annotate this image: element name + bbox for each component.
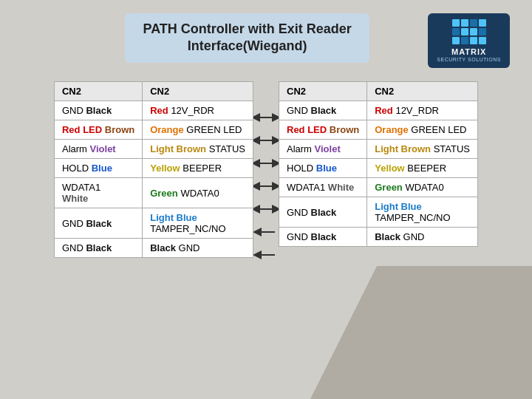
logo-dot xyxy=(470,28,477,35)
table-row: GND BlackBlack GND xyxy=(279,228,478,247)
left-table-section: CN2CN2GND BlackRed 12V_RDRRed LED BrownO… xyxy=(54,81,253,258)
table-row: HOLD BlueYellow BEEPER xyxy=(54,159,253,178)
title-box: PATH Controller with Exit Reader Interfa… xyxy=(125,13,369,63)
logo-dot xyxy=(452,37,460,44)
logo-dot xyxy=(452,28,460,35)
arrow-indicator xyxy=(253,197,279,220)
logo-box: MATRIX SECURITY SOLUTIONS xyxy=(428,13,510,68)
table-row: Alarm VioletLight Brown STATUS xyxy=(279,140,478,159)
arrows-column xyxy=(253,81,279,266)
header-row: PATH Controller with Exit Reader Interfa… xyxy=(22,13,510,68)
page-title: PATH Controller with Exit Reader Interfa… xyxy=(143,21,351,55)
logo-dot xyxy=(470,37,477,44)
logo-brand: MATRIX xyxy=(451,47,486,56)
left-table: CN2CN2GND BlackRed 12V_RDRRed LED BrownO… xyxy=(54,81,253,258)
arrow-indicator xyxy=(253,106,279,129)
table-row: Alarm VioletLight Brown STATUS xyxy=(54,140,253,159)
logo-dot xyxy=(479,28,486,35)
arrow-indicator xyxy=(253,151,279,174)
arrow-indicator xyxy=(253,129,279,151)
logo-grid xyxy=(452,19,486,44)
table-row: HOLD BlueYellow BEEPER xyxy=(279,159,478,178)
right-table-section: CN2CN2GND BlackRed 12V_RDRRed LED BrownO… xyxy=(279,81,478,247)
table-row: WDATA1WhiteGreen WDATA0 xyxy=(54,178,253,208)
arrow-indicator xyxy=(253,243,279,266)
logo-dot xyxy=(470,19,477,27)
table-row: GND BlackBlack GND xyxy=(54,239,253,258)
logo-dot xyxy=(479,19,486,27)
logo-dot xyxy=(479,37,486,44)
logo-sub: SECURITY SOLUTIONS xyxy=(437,57,501,62)
logo-dot xyxy=(461,19,468,27)
arrow-indicator xyxy=(253,220,279,243)
table-row: GND BlackLight BlueTAMPER_NC/NO xyxy=(279,197,478,228)
main-container: PATH Controller with Exit Reader Interfa… xyxy=(0,0,532,279)
table-row: WDATA1 WhiteGreen WDATA0 xyxy=(279,178,478,197)
logo-dot xyxy=(461,28,468,35)
tables-wrapper: CN2CN2GND BlackRed 12V_RDRRed LED BrownO… xyxy=(22,81,510,266)
arrow-indicator xyxy=(253,174,279,197)
table-row: GND BlackRed 12V_RDR xyxy=(54,101,253,120)
table-row: GND BlackLight BlueTAMPER_NC/NO xyxy=(54,208,253,239)
logo-dot xyxy=(461,37,468,44)
table-row: Red LED BrownOrange GREEN LED xyxy=(54,120,253,140)
table-row: Red LED BrownOrange GREEN LED xyxy=(279,120,478,140)
table-row: GND BlackRed 12V_RDR xyxy=(279,101,478,120)
background-shape xyxy=(310,266,532,399)
logo-dot xyxy=(452,19,460,27)
right-table: CN2CN2GND BlackRed 12V_RDRRed LED BrownO… xyxy=(279,81,478,247)
